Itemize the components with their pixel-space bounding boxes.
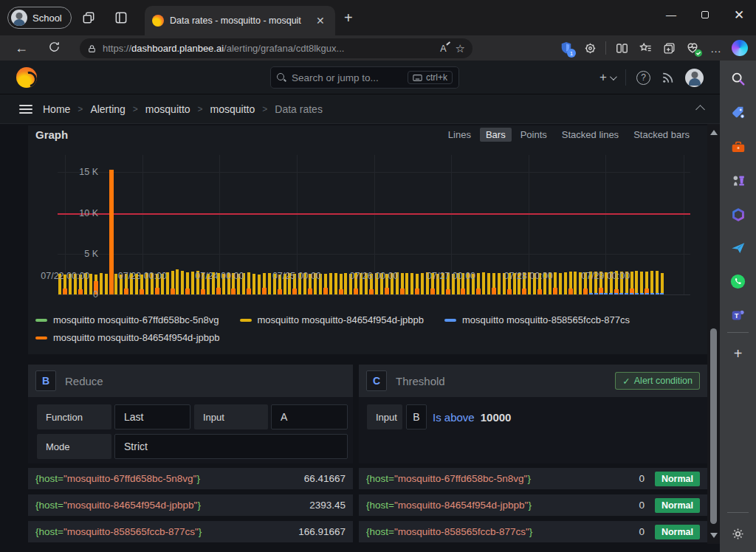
result-value: 0 [639,473,645,484]
favorite-star-icon[interactable]: ☆ [456,42,465,55]
favorites-icon[interactable] [635,38,656,58]
result-value: 66.41667 [304,473,346,484]
breadcrumb-item[interactable]: mosquitto [145,103,190,115]
bar-orange [323,288,328,294]
result-row: {host="mosquitto-858565fccb-877cs"}166.9… [28,521,353,542]
scroll-down-arrow[interactable] [710,533,718,538]
menu-icon[interactable] [19,105,32,114]
legend-item[interactable]: mosquitto mosquitto-67ffd658bc-5n8vg [35,314,219,325]
bar-blue [599,293,603,294]
x-axis-label: 07/23 00:00 [109,271,176,281]
function-label: Function [37,404,111,429]
extensions-icon[interactable] [580,38,600,58]
minimize-button[interactable]: — [654,0,688,30]
status-badge: Normal [655,525,700,539]
legend-item[interactable]: mosquitto mosquitto-84654f954d-jpbpb [35,332,219,343]
refresh-button[interactable] [43,41,65,56]
threshold-panel: C Threshold ✓ Alert condition Input B Is… [359,365,707,463]
result-label: {host="mosquitto-67ffd658bc-5n8vg"} [366,473,639,484]
news-rss-icon[interactable] [661,71,675,85]
breadcrumb-item[interactable]: Home [43,103,70,115]
threshold-input-select[interactable]: B [406,404,427,429]
bar-yellow [258,275,261,295]
bar-yellow [487,273,490,294]
sidebar-designer-icon[interactable] [720,204,756,226]
graph-style-tab[interactable]: Stacked lines [556,128,625,142]
back-button[interactable]: ← [10,41,32,56]
bar-yellow [564,272,567,294]
bar-orange [415,289,419,294]
y-axis-label: 10 K [60,208,98,218]
tab-groups-icon[interactable] [80,9,97,27]
copilot-icon[interactable] [729,38,750,58]
address-bar[interactable]: https://dashboard.planbee.ai/alerting/gr… [80,38,472,58]
legend-item[interactable]: mosquitto mosquitto-858565fccb-877cs [444,314,630,325]
split-screen-icon[interactable] [611,38,632,58]
search-shortcut: ctrl+k [408,71,453,84]
close-button[interactable]: ✕ [722,0,756,30]
user-avatar[interactable] [685,69,704,87]
label-suffix: } [528,500,532,511]
grafana-logo[interactable] [16,67,37,88]
bar-blue [656,293,659,294]
read-aloud-icon[interactable]: A [440,44,446,54]
sidebar-teams-icon[interactable]: T [720,304,756,326]
tab-close-icon[interactable]: ✕ [316,15,325,27]
bar-yellow [100,273,103,294]
scroll-up-arrow[interactable] [710,130,718,135]
sidebar-shopping-icon[interactable] [720,102,756,124]
sidebar-add-icon[interactable]: + [720,342,756,365]
breadcrumb-item[interactable]: mosquitto [210,103,255,115]
bar-blue [640,293,644,294]
sidebar-whatsapp-icon[interactable] [720,270,756,292]
breadcrumb-separator: > [78,104,83,114]
page-scrollbar[interactable] [707,124,720,544]
window-controls: — ✕ [654,0,756,30]
sidebar-games-icon[interactable] [720,170,756,192]
x-gridline [684,155,684,294]
bar-orange [140,289,144,294]
breadcrumb-item[interactable]: Alerting [90,103,125,115]
sidebar-search-icon[interactable] [720,68,756,90]
browser-window: School Data rates - mosquitto - mosquit … [0,0,756,552]
vertical-tabs-icon[interactable] [112,9,130,27]
profile-button[interactable]: School [7,7,72,29]
bar-blue [609,293,613,294]
graph-style-tab[interactable]: Bars [480,128,512,142]
graph-style-tab[interactable]: Points [515,128,553,142]
bar-orange [461,289,465,294]
help-icon[interactable]: ? [636,71,650,85]
url-text: https://dashboard.planbee.ai/alerting/gr… [103,43,434,54]
search-box[interactable]: Search or jump to... ctrl+k [270,66,459,89]
threshold-condition[interactable]: Is above 10000 [433,404,511,429]
label-prefix: {host= [366,473,394,484]
collections-icon[interactable] [659,38,679,58]
more-menu-icon[interactable]: … [706,38,726,58]
lock-icon[interactable] [87,44,97,54]
graph-style-tab[interactable]: Stacked bars [628,128,695,142]
bar-blue [625,293,628,294]
browser-tab[interactable]: Data rates - mosquitto - mosquit ✕ [145,6,335,35]
add-button[interactable]: + [599,70,615,85]
new-tab-button[interactable]: + [344,10,353,25]
graph-style-tab[interactable]: Lines [442,128,477,142]
sidebar-tools-icon[interactable] [720,136,756,158]
bar-orange [292,289,297,294]
maximize-button[interactable] [688,0,722,30]
sidebar-telegram-icon[interactable] [720,237,756,259]
alert-condition-badge[interactable]: ✓ Alert condition [615,372,700,390]
bar-blue [594,293,598,294]
sidebar-settings-icon[interactable] [720,522,756,545]
password-manager-icon[interactable]: 1 [556,38,577,58]
breadcrumb-item: Data rates [275,103,323,115]
browser-essentials-icon[interactable] [682,38,703,58]
legend-label: mosquitto mosquitto-84654f954d-jpbpb [258,314,424,325]
mode-select[interactable]: Strict [114,434,348,459]
function-select[interactable]: Last [114,404,190,429]
legend-item[interactable]: mosquitto mosquitto-84654f954d-jpbpb [240,314,424,325]
collapse-chevron-icon[interactable] [695,105,705,114]
input-select[interactable]: A [271,404,348,429]
bar-orange [553,288,557,294]
scrollbar-thumb[interactable] [710,328,717,524]
bar-blue [619,293,623,294]
